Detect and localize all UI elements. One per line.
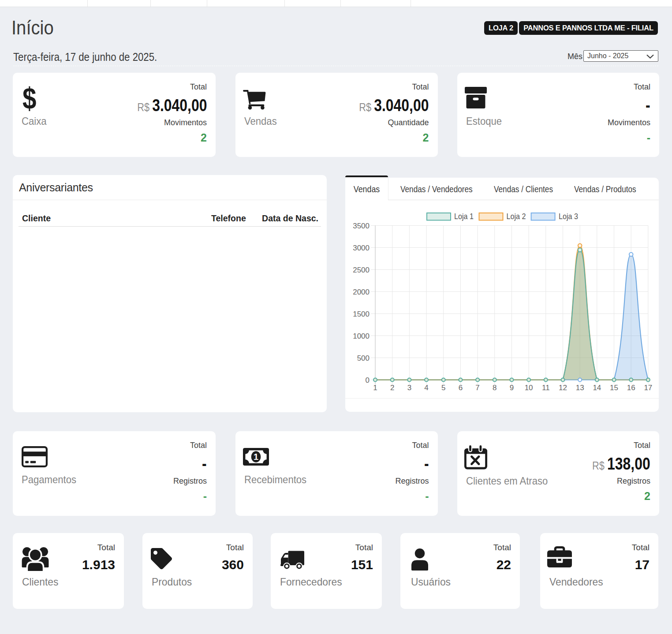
svg-text:Loja 3: Loja 3	[559, 212, 578, 221]
svg-text:3: 3	[407, 384, 411, 392]
svg-text:3500: 3500	[353, 222, 370, 230]
svg-text:0: 0	[366, 376, 370, 384]
svg-text:9: 9	[510, 384, 514, 392]
svg-text:500: 500	[357, 354, 370, 362]
svg-text:1500: 1500	[353, 310, 370, 318]
svg-text:1: 1	[254, 452, 258, 462]
svg-text:17: 17	[644, 384, 652, 392]
svg-text:Loja 2: Loja 2	[507, 212, 526, 221]
svg-text:12: 12	[559, 384, 567, 392]
svg-text:16: 16	[627, 384, 635, 392]
svg-text:2500: 2500	[353, 266, 370, 274]
svg-text:4: 4	[424, 384, 428, 392]
svg-text:1000: 1000	[353, 332, 370, 340]
svg-text:2: 2	[390, 384, 394, 392]
svg-text:1: 1	[373, 384, 377, 392]
svg-text:15: 15	[610, 384, 618, 392]
svg-text:2000: 2000	[353, 288, 370, 296]
svg-text:14: 14	[593, 384, 601, 392]
svg-text:13: 13	[576, 384, 584, 392]
svg-text:5: 5	[441, 384, 445, 392]
svg-text:11: 11	[542, 384, 550, 392]
svg-text:8: 8	[493, 384, 497, 392]
svg-text:Loja 1: Loja 1	[454, 212, 474, 221]
svg-text:7: 7	[475, 384, 479, 392]
svg-text:10: 10	[525, 384, 533, 392]
svg-text:3000: 3000	[353, 244, 370, 252]
svg-text:6: 6	[459, 384, 463, 392]
